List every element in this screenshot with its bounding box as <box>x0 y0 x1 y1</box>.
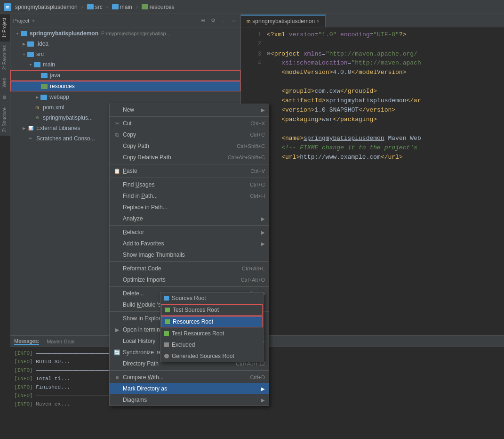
toolbar-expand-icon[interactable]: ↔ <box>230 17 238 24</box>
menu-shortcut-paste: Ctrl+V <box>250 168 265 174</box>
copy-icon: ⧉ <box>113 131 121 138</box>
vtab-project[interactable]: 1: Project <box>0 14 10 41</box>
code-line-13: <!-- FIXME change it to the project's <box>241 144 504 154</box>
code-line-5: <modelVersion>4.0.0</modelVersion> <box>241 69 504 78</box>
menu-label-favorites: Add to Favorites <box>123 240 259 247</box>
tab-close-button[interactable]: × <box>317 19 320 24</box>
menu-item-optimize[interactable]: Optimize Imports Ctrl+Alt+O <box>110 274 269 285</box>
menu-item-paste[interactable]: 📋 Paste Ctrl+V <box>110 165 269 177</box>
tree-label-webapp: webapp <box>49 94 69 100</box>
breadcrumb-main[interactable]: main <box>112 4 132 10</box>
tree-arrow: ▶ <box>21 41 27 47</box>
menu-divider <box>110 178 269 178</box>
history-icon <box>113 337 121 345</box>
menu-item-favorites[interactable]: Add to Favorites ▶ <box>110 238 269 249</box>
menu-item-copy-path[interactable]: Copy Path Ctrl+Shift+C <box>110 140 269 152</box>
bottom-tab-maven[interactable]: Maven Goal <box>47 339 74 344</box>
code-line-10: <packaging>war</packaging> <box>241 116 504 125</box>
toolbar-gear-icon[interactable]: ⚙ <box>209 17 217 24</box>
submenu-sources-root[interactable]: Sources Root <box>160 293 263 304</box>
menu-item-thumbnails[interactable]: Show Image Thumbnails <box>110 249 269 260</box>
find-usages-icon <box>113 181 121 188</box>
menu-item-mark-dir[interactable]: Mark Directory as ▶ <box>110 383 269 394</box>
menu-item-copy-rel-path[interactable]: Copy Relative Path Ctrl+Alt+Shift+C <box>110 152 269 163</box>
breadcrumb-src-label: src <box>95 4 103 10</box>
menu-item-find-path[interactable]: Find in Path... Ctrl+H <box>110 190 269 202</box>
menu-divider <box>110 164 269 164</box>
submenu-arrow: ▶ <box>261 230 265 235</box>
tab-xml-icon: m <box>247 19 250 24</box>
tree-item-webapp[interactable]: ▶ webapp <box>10 92 240 102</box>
menu-item-compare[interactable]: ≡ Compare With... Ctrl+D <box>110 372 269 383</box>
toolbar-settings-icon[interactable]: ≡ <box>220 17 227 24</box>
tree-label-spring: springmybatisplus... <box>43 114 93 121</box>
tree-item-resources[interactable]: ▶ resources <box>10 81 240 91</box>
project-panel-title: Project <box>13 18 29 24</box>
menu-label-find-usages: Find Usages <box>123 181 242 188</box>
menu-item-analyze[interactable]: Analyze ▶ <box>110 213 269 224</box>
submenu-test-resources-root[interactable]: Test Resources Root <box>160 328 263 339</box>
menu-label-paste: Paste <box>123 168 243 174</box>
menu-item-cut[interactable]: ✂ Cut Ctrl+X <box>110 118 269 129</box>
tree-label-scratches: Scratches and Conso... <box>36 135 95 142</box>
menu-divider <box>110 116 269 117</box>
build-icon <box>113 301 121 309</box>
tree-item-root[interactable]: ▾ springmybatisplusdemon F:\myproject\sp… <box>10 28 240 39</box>
menu-item-copy[interactable]: ⧉ Copy Ctrl+C <box>110 129 269 140</box>
breadcrumb-resources[interactable]: resources <box>142 4 175 10</box>
folder-icon <box>142 4 148 9</box>
resources-root-icon <box>165 319 170 324</box>
tree-item-main[interactable]: ▾ main <box>10 59 240 70</box>
submenu-test-sources-root[interactable]: Test Sources Root <box>161 304 263 316</box>
submenu-arrow: ▶ <box>261 386 265 391</box>
vtab-web[interactable]: Web <box>0 74 10 91</box>
editor-tab-pom[interactable]: m springmybatisplusdemon × <box>241 15 326 27</box>
menu-item-refactor[interactable]: Refactor ▶ <box>110 227 269 238</box>
breadcrumb-src[interactable]: src <box>87 4 103 10</box>
vtab-favorites[interactable]: 2: Favorites <box>0 41 10 73</box>
menu-shortcut-cut: Ctrl+X <box>250 121 265 126</box>
tree-item-src[interactable]: ▾ src <box>10 49 240 59</box>
menu-shortcut-reformat: Ctrl+Alt+L <box>242 266 265 271</box>
submenu-generated-sources[interactable]: Generated Sources Root <box>160 350 263 362</box>
folder-icon <box>21 31 27 36</box>
submenu-label-test-resources: Test Resources Root <box>172 330 224 337</box>
find-path-icon <box>113 192 121 200</box>
menu-item-find-usages[interactable]: Find Usages Ctrl+G <box>110 179 269 190</box>
menu-item-replace-path[interactable]: Replace in Path... <box>110 202 269 213</box>
menu-label-mark-dir: Mark Directory as <box>123 385 259 392</box>
menu-divider <box>110 261 269 262</box>
menu-item-diagrams[interactable]: Diagrams ▶ <box>110 394 269 406</box>
menu-item-new[interactable]: New ▶ <box>110 104 269 115</box>
bottom-tab-messages[interactable]: Messages: <box>14 338 39 345</box>
menu-label-copy: Copy <box>123 131 243 138</box>
tree-arrow: ▾ <box>27 61 34 68</box>
menu-item-reformat[interactable]: Reformat Code Ctrl+Alt+L <box>110 263 269 274</box>
analyze-icon <box>113 215 121 222</box>
compare-icon: ≡ <box>113 374 121 381</box>
menu-shortcut-find-path: Ctrl+H <box>250 193 265 199</box>
tree-label-java: java <box>50 72 60 79</box>
vtab-unknown[interactable]: ⚙ <box>0 91 10 104</box>
menu-shortcut-find-usages: Ctrl+G <box>250 182 265 187</box>
submenu-resources-root[interactable]: Resources Root <box>161 316 263 327</box>
folder-icon <box>27 41 34 47</box>
tree-item-java[interactable]: ▶ java <box>10 70 240 81</box>
sources-root-icon <box>164 296 169 301</box>
code-line-12: <name>springmybatisplusdemon Maven Web <box>241 135 504 144</box>
menu-label-thumbnails: Show Image Thumbnails <box>123 252 265 258</box>
code-line-2: 2 <box>241 41 504 50</box>
submenu-arrow: ▶ <box>261 216 265 221</box>
tree-item-idea[interactable]: ▶ .idea <box>10 39 240 49</box>
submenu-excluded[interactable]: Excluded <box>160 339 263 350</box>
toolbar-locate-icon[interactable]: ⊕ <box>199 17 207 24</box>
editor-tabs: m springmybatisplusdemon × <box>241 14 504 27</box>
code-line-11 <box>241 125 504 135</box>
menu-label-new: New <box>123 106 259 113</box>
vtab-structure[interactable]: Z: Structure <box>0 104 10 136</box>
tree-label-root: springmybatisplusdemon <box>30 30 98 37</box>
tree-label-resources: resources <box>50 83 75 89</box>
reformat-icon <box>113 265 121 272</box>
code-line-6 <box>241 78 504 88</box>
left-vtabs: 1: Project 2: Favorites Web ⚙ Z: Structu… <box>0 14 10 136</box>
